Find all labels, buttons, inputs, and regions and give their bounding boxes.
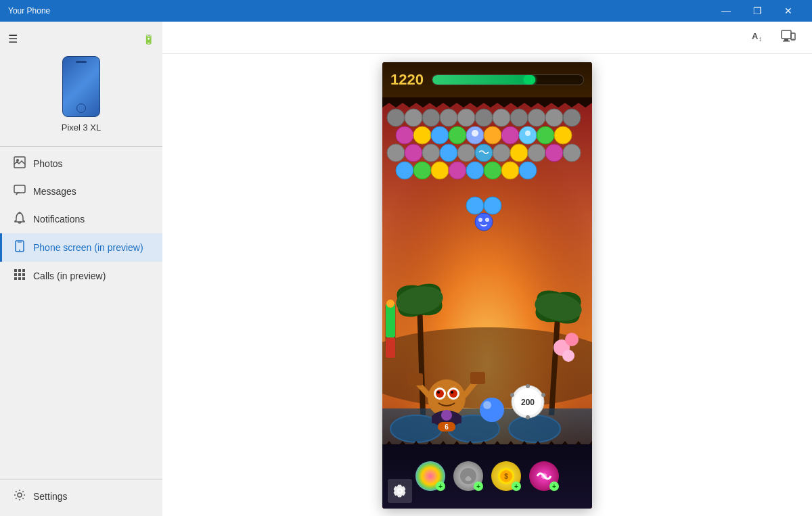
game-powerups: + +: [415, 461, 559, 491]
svg-rect-11: [22, 273, 25, 276]
svg-point-94: [537, 126, 554, 144]
hamburger-icon[interactable]: ☰: [8, 32, 18, 45]
settings-icon: [13, 489, 26, 504]
svg-point-118: [478, 218, 482, 222]
sidebar-divider-bottom: [0, 479, 162, 479]
sidebar-header: ☰ 🔋: [0, 22, 162, 51]
powerup-fireball-add: +: [474, 482, 483, 491]
svg-point-104: [528, 144, 545, 162]
device-image: [62, 56, 100, 117]
svg-point-75: [422, 109, 440, 126]
svg-point-84: [396, 126, 413, 144]
svg-rect-8: [22, 269, 25, 272]
svg-rect-46: [386, 304, 395, 337]
svg-point-80: [510, 109, 528, 126]
window-controls: — ❐ ✕: [710, 0, 804, 22]
svg-point-98: [422, 144, 440, 162]
device-section: Pixel 3 XL: [0, 51, 162, 143]
svg-point-53: [437, 391, 440, 394]
game-settings-button[interactable]: [388, 479, 412, 503]
svg-text:↕: ↕: [759, 35, 762, 43]
svg-point-72: [526, 415, 530, 419]
powerup-coin[interactable]: $ +: [491, 461, 521, 491]
svg-point-85: [413, 126, 431, 144]
sidebar-divider-top: [0, 146, 162, 147]
phone-frame: 1220: [382, 62, 592, 509]
svg-text:A: A: [752, 31, 759, 41]
svg-point-112: [484, 162, 501, 179]
svg-point-114: [519, 162, 537, 179]
svg-point-102: [493, 144, 510, 162]
main-layout: ☰ 🔋 Pixel 3 XL Photos: [0, 22, 812, 516]
svg-point-103: [510, 144, 528, 162]
svg-point-52: [449, 390, 457, 398]
svg-point-79: [493, 109, 510, 126]
svg-point-83: [563, 109, 581, 126]
svg-point-69: [510, 393, 514, 397]
svg-rect-13: [18, 277, 21, 280]
svg-point-109: [431, 162, 449, 179]
svg-point-99: [440, 144, 457, 162]
svg-point-110: [449, 162, 466, 179]
restore-button[interactable]: ❐: [742, 0, 773, 22]
sidebar: ☰ 🔋 Pixel 3 XL Photos: [0, 22, 162, 516]
powerup-wave[interactable]: +: [529, 461, 559, 491]
powerup-rainbow[interactable]: +: [415, 461, 445, 491]
svg-point-78: [475, 109, 493, 126]
calls-label: Calls (in preview): [33, 271, 106, 281]
screen-options-button[interactable]: [775, 26, 801, 49]
svg-point-82: [545, 109, 563, 126]
progress-bar-container: [432, 74, 584, 85]
svg-point-54: [451, 391, 453, 394]
settings-label: Settings: [33, 491, 68, 502]
svg-rect-19: [784, 39, 788, 41]
svg-rect-14: [22, 277, 25, 280]
font-size-button[interactable]: A ↕: [746, 26, 770, 49]
sidebar-item-messages[interactable]: Messages: [0, 178, 162, 205]
svg-rect-18: [782, 30, 791, 39]
svg-point-86: [431, 126, 449, 144]
close-button[interactable]: ✕: [773, 0, 804, 22]
game-screen[interactable]: 1220: [382, 62, 592, 509]
svg-point-95: [554, 126, 572, 144]
svg-text:6: 6: [445, 423, 449, 431]
svg-point-87: [449, 126, 466, 144]
svg-point-111: [466, 162, 484, 179]
powerup-coin-add: +: [512, 482, 521, 491]
svg-point-51: [436, 390, 444, 398]
svg-point-119: [485, 218, 489, 222]
sidebar-spacer: [0, 290, 162, 476]
svg-point-57: [441, 410, 452, 421]
phone-screen-area: 1220: [162, 54, 812, 516]
game-score: 1220: [390, 71, 424, 89]
svg-rect-6: [14, 269, 17, 272]
svg-point-113: [501, 162, 519, 179]
svg-rect-63: [470, 372, 485, 384]
svg-point-71: [526, 384, 530, 388]
svg-point-97: [405, 144, 422, 162]
svg-point-73: [387, 109, 405, 126]
svg-point-22: [792, 39, 794, 40]
content-toolbar: A ↕: [162, 22, 812, 54]
sidebar-item-photos[interactable]: Photos: [0, 149, 162, 178]
minimize-button[interactable]: —: [710, 0, 742, 22]
game-bottom-toolbar: + +: [382, 444, 592, 509]
svg-point-77: [457, 109, 475, 126]
notifications-icon: [13, 212, 26, 227]
sidebar-item-notifications[interactable]: Notifications: [0, 205, 162, 233]
sidebar-item-calls[interactable]: Calls (in preview): [0, 262, 162, 290]
svg-point-124: [541, 473, 547, 479]
battery-icon: 🔋: [143, 34, 154, 45]
sidebar-item-phone-screen[interactable]: Phone screen (in preview): [0, 233, 162, 262]
svg-point-43: [562, 350, 574, 362]
powerup-fireball[interactable]: +: [453, 461, 483, 491]
sidebar-item-settings[interactable]: Settings: [0, 482, 162, 511]
content-area: A ↕ 1220: [162, 22, 812, 516]
svg-point-108: [413, 162, 431, 179]
messages-icon: [13, 185, 26, 198]
phone-screen-label: Phone screen (in preview): [33, 242, 143, 253]
calls-icon: [13, 268, 26, 283]
svg-line-26: [420, 300, 423, 415]
svg-point-76: [440, 109, 457, 126]
svg-rect-2: [14, 185, 25, 193]
